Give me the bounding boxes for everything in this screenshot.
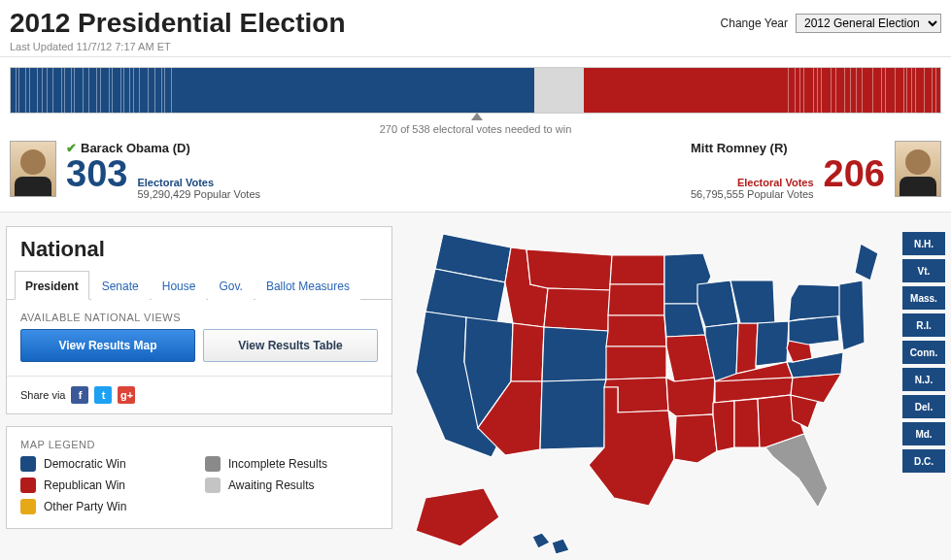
state-ar[interactable]	[666, 378, 715, 416]
state-oh[interactable]	[756, 321, 789, 366]
twitter-icon[interactable]: t	[94, 386, 112, 404]
googleplus-icon[interactable]: g+	[118, 386, 135, 404]
state-ut[interactable]	[511, 323, 544, 381]
state-mt[interactable]	[526, 249, 612, 290]
state-ak[interactable]	[416, 488, 499, 546]
legend-swatch	[20, 499, 36, 514]
legend-item: Democratic Win	[20, 456, 193, 472]
state-me[interactable]	[855, 244, 878, 280]
page-title: 2012 Presidential Election	[10, 8, 346, 39]
legend-swatch	[205, 478, 221, 493]
legend-title: MAP LEGEND	[7, 427, 391, 456]
legend-swatch	[20, 456, 36, 472]
tab-house[interactable]: House	[152, 271, 207, 300]
panel-heading: National	[20, 237, 378, 262]
state-ne[interactable]	[606, 315, 666, 346]
state-al[interactable]	[734, 399, 760, 447]
state-hi[interactable]	[532, 533, 550, 548]
legend-label: Republican Win	[44, 478, 125, 492]
dem-ev-count: 303	[66, 155, 127, 192]
legend-label: Incomplete Results	[228, 457, 327, 471]
state-fl[interactable]	[765, 434, 828, 508]
legend-label: Awaiting Results	[228, 478, 315, 492]
tab-president[interactable]: President	[15, 271, 89, 300]
us-map[interactable]	[406, 226, 892, 560]
rep-name: Mitt Romney (R)	[691, 141, 788, 155]
state-ks[interactable]	[606, 346, 666, 379]
state-box-nh[interactable]: N.H.	[902, 232, 945, 255]
facebook-icon[interactable]: f	[71, 386, 88, 404]
state-box-del[interactable]: Del.	[902, 395, 945, 418]
state-box-conn[interactable]: Conn.	[902, 341, 945, 364]
electoral-bar	[10, 67, 941, 114]
state-box-ri[interactable]: R.I.	[902, 313, 945, 337]
state-vt-nh-ma-ct-ri-nj-de-md[interactable]	[839, 280, 865, 350]
legend-item: Other Party Win	[20, 499, 193, 514]
state-box-md[interactable]: Md.	[902, 422, 945, 445]
state-hi2[interactable]	[552, 539, 569, 554]
available-views-label: AVAILABLE NATIONAL VIEWS	[7, 300, 391, 329]
year-select[interactable]: 2012 General Election	[796, 14, 941, 33]
tab-gov-[interactable]: Gov.	[208, 271, 253, 300]
state-wy[interactable]	[544, 288, 610, 331]
dem-ev-label: Electoral Votes	[137, 177, 260, 188]
state-nm[interactable]	[540, 379, 606, 449]
state-la[interactable]	[674, 414, 717, 463]
legend-item: Incomplete Results	[205, 456, 378, 472]
rep-portrait	[895, 141, 941, 197]
state-sd[interactable]	[608, 284, 664, 315]
legend-label: Democratic Win	[44, 457, 126, 471]
last-updated: Last Updated 11/7/12 7:17 AM ET	[10, 41, 346, 52]
view-table-button[interactable]: View Results Table	[203, 329, 378, 362]
state-box-dc[interactable]: D.C.	[902, 449, 945, 473]
tab-ballot-measures[interactable]: Ballot Measures	[255, 271, 360, 300]
state-nd[interactable]	[610, 255, 664, 284]
needle-icon	[471, 113, 483, 120]
change-year-label: Change Year	[721, 16, 788, 30]
state-box-mass[interactable]: Mass.	[902, 286, 945, 310]
rep-popular: 56,795,555 Popular Votes	[691, 188, 814, 200]
needed-to-win: 270 of 538 electoral votes needed to win	[10, 123, 941, 135]
state-box-nj[interactable]: N.J.	[902, 368, 945, 391]
legend-label: Other Party Win	[44, 500, 126, 513]
state-ms[interactable]	[713, 401, 734, 451]
legend-swatch	[20, 478, 36, 493]
dem-portrait	[10, 141, 56, 197]
view-map-button[interactable]: View Results Map	[20, 329, 195, 362]
legend-item: Republican Win	[20, 478, 193, 493]
legend-swatch	[205, 456, 221, 472]
rep-ev-label: Electoral Votes	[737, 177, 814, 188]
state-co[interactable]	[542, 327, 608, 381]
share-label: Share via	[20, 389, 65, 401]
dem-popular: 59,290,429 Popular Votes	[137, 188, 260, 200]
state-in[interactable]	[736, 323, 758, 374]
tab-senate[interactable]: Senate	[91, 271, 150, 300]
state-box-vt[interactable]: Vt.	[902, 259, 945, 282]
legend-item: Awaiting Results	[205, 478, 378, 493]
rep-ev-count: 206	[824, 155, 885, 192]
